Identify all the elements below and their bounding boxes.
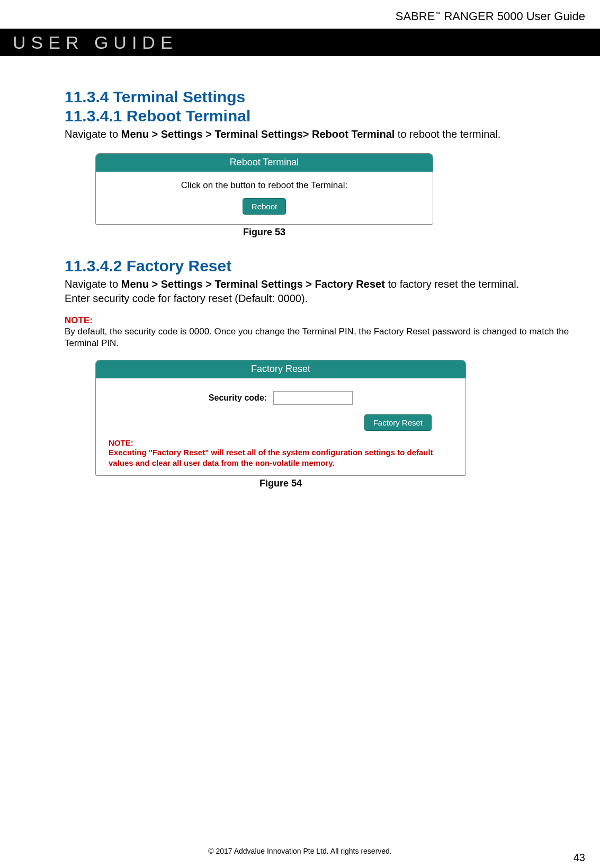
factory-nav-prefix: Navigate to [65, 278, 121, 290]
trademark-symbol: ™ [435, 11, 441, 17]
product-suffix: RANGER 5000 User Guide [441, 10, 585, 23]
factory-reset-line2: Enter security code for factory reset (D… [65, 291, 587, 306]
factory-reset-panel: Factory Reset Security code: Factory Res… [95, 360, 466, 476]
factory-panel-title: Factory Reset [96, 360, 465, 378]
footer-copyright: © 2017 Addvalue Innovation Pte Ltd. All … [0, 847, 600, 855]
factory-reset-nav-text: Navigate to Menu > Settings > Terminal S… [65, 277, 587, 291]
reboot-panel-message: Click on the button to reboot the Termin… [105, 180, 423, 191]
reboot-nav-prefix: Navigate to [65, 128, 121, 140]
reboot-nav-path: Menu > Settings > Terminal Settings> Reb… [121, 128, 395, 140]
section-heading-terminal-settings: 11.3.4 Terminal Settings [65, 88, 587, 106]
factory-nav-suffix: to factory reset the terminal. [385, 278, 519, 290]
outer-note-text: By default, the security code is 0000. O… [65, 326, 587, 349]
section-heading-factory-reset: 11.3.4.2 Factory Reset [65, 257, 587, 275]
reboot-nav-text: Navigate to Menu > Settings > Terminal S… [65, 127, 587, 141]
reboot-terminal-panel: Reboot Terminal Click on the button to r… [95, 153, 433, 225]
factory-reset-button[interactable]: Factory Reset [364, 414, 432, 431]
user-guide-banner: USER GUIDE [0, 29, 600, 56]
panel-note-title: NOTE: [109, 438, 453, 447]
factory-nav-path: Menu > Settings > Terminal Settings > Fa… [121, 278, 385, 290]
figure-53-caption: Figure 53 [95, 227, 433, 238]
figure-54-caption: Figure 54 [95, 478, 466, 489]
banner-title: USER GUIDE [13, 32, 178, 53]
security-code-input[interactable] [273, 391, 353, 405]
security-code-label: Security code: [209, 393, 267, 403]
section-heading-reboot-terminal: 11.3.4.1 Reboot Terminal [65, 107, 587, 125]
outer-note-label: NOTE: [65, 315, 587, 326]
page-number: 43 [574, 852, 585, 864]
reboot-panel-title: Reboot Terminal [96, 154, 433, 172]
document-header: SABRE™ RANGER 5000 User Guide [0, 0, 600, 29]
product-prefix: SABRE [396, 10, 435, 23]
reboot-nav-suffix: to reboot the terminal. [395, 128, 500, 140]
panel-note-body: Executing "Factory Reset" will reset all… [109, 447, 453, 469]
reboot-button[interactable]: Reboot [243, 198, 286, 215]
